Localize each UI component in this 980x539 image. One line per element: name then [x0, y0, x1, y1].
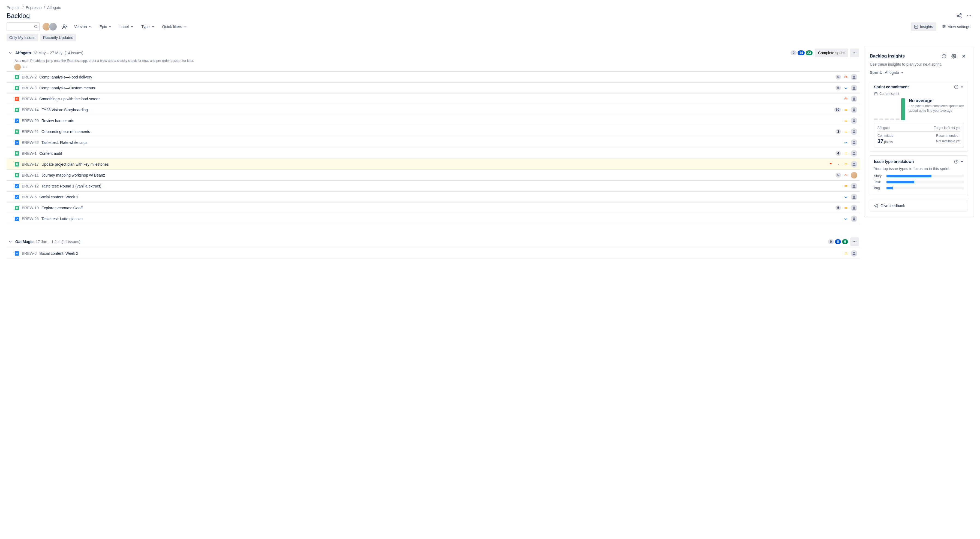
- story-icon: [15, 86, 19, 90]
- issue-row[interactable]: BREW-21Onboarding tour refinements3: [6, 126, 860, 137]
- unassigned-avatar[interactable]: [851, 205, 857, 211]
- insights-button[interactable]: Insights: [911, 22, 936, 31]
- unassigned-avatar[interactable]: [851, 85, 857, 91]
- sprint-dates: 17 Jun – 1 Jul: [36, 239, 59, 244]
- epic-filter-label: Epic: [100, 25, 107, 29]
- task-icon: [15, 119, 19, 123]
- issue-summary: Taste test: Latte glasses: [41, 217, 82, 221]
- issue-row[interactable]: BREW-2Comp. analysis—Food delivery5: [6, 72, 860, 82]
- svg-point-1: [958, 15, 959, 17]
- avatar[interactable]: [49, 22, 57, 31]
- svg-point-5: [970, 15, 971, 16]
- issue-row[interactable]: BREW-1Content audit4: [6, 148, 860, 159]
- issue-row[interactable]: BREW-11Journey mapping workshop w/ Beanz…: [6, 170, 860, 181]
- unassigned-avatar[interactable]: [851, 161, 857, 168]
- unassigned-avatar[interactable]: [851, 194, 857, 200]
- task-icon: [15, 140, 19, 145]
- type-filter-label: Type: [141, 25, 150, 29]
- issue-row[interactable]: BREW-23Taste test: Latte glasses: [6, 213, 860, 224]
- assignee-avatar[interactable]: [851, 172, 857, 179]
- close-icon: [961, 54, 966, 59]
- expand-button[interactable]: [960, 160, 964, 163]
- version-filter[interactable]: Version: [72, 22, 95, 31]
- issue-row[interactable]: BREW-20Review banner ads: [6, 115, 860, 126]
- unassigned-avatar[interactable]: [851, 106, 857, 113]
- issue-row[interactable]: BREW-4Something's up with the load scree…: [6, 94, 860, 105]
- issue-key: BREW-4: [22, 97, 37, 101]
- story-icon: [15, 173, 19, 178]
- sprint-toggle[interactable]: [8, 50, 13, 55]
- sprint-badges: 080: [828, 239, 848, 244]
- svg-point-23: [853, 119, 854, 120]
- epic-filter[interactable]: Epic: [97, 22, 115, 31]
- priority-low-icon: [844, 86, 848, 90]
- unassigned-avatar[interactable]: [851, 150, 857, 157]
- badge-inprogress: 14: [797, 51, 804, 55]
- estimate-badge: 10: [834, 107, 841, 112]
- issue-summary: Taste test: Flate white cups: [41, 140, 88, 145]
- expand-button[interactable]: [960, 85, 964, 89]
- view-settings-button[interactable]: View settings: [939, 22, 974, 31]
- breadcrumb-projects[interactable]: Projects: [6, 5, 21, 10]
- add-people-button[interactable]: [60, 22, 69, 31]
- unassigned-avatar[interactable]: [851, 250, 857, 257]
- insights-sprint-select[interactable]: Affogato: [884, 69, 905, 76]
- priority-low-icon: [844, 195, 848, 199]
- issue-row[interactable]: BREW-3Comp. analysis—Custom menus5: [6, 82, 860, 94]
- svg-point-18: [853, 76, 854, 77]
- chevron-down-icon: [89, 25, 92, 29]
- issue-key: BREW-20: [22, 119, 39, 123]
- priority-medium-icon: [844, 184, 848, 188]
- breadcrumb-sep: /: [44, 5, 45, 10]
- sprint-issue-count: (11 issues): [62, 239, 80, 244]
- breadcrumb: Projects / Espresso / Affogato: [6, 5, 974, 10]
- issue-row[interactable]: BREW-22Taste test: Flate white cups: [6, 137, 860, 148]
- insights-settings-button[interactable]: [950, 52, 958, 60]
- sprint-actions-menu[interactable]: [22, 65, 27, 70]
- label-filter[interactable]: Label: [117, 22, 136, 31]
- issue-row[interactable]: BREW-12Taste test: Round 1 (vanilla extr…: [6, 181, 860, 192]
- priority-medium-icon: [844, 206, 848, 210]
- sprint-owner-avatar[interactable]: [14, 64, 21, 70]
- issue-row[interactable]: BREW-14FY23 Vision: Storyboarding10: [6, 105, 860, 115]
- search-box: [6, 22, 40, 31]
- complete-sprint-button[interactable]: Complete sprint: [815, 49, 848, 57]
- breadcrumb-affogato[interactable]: Affogato: [47, 5, 61, 10]
- issue-key: BREW-23: [22, 217, 39, 221]
- unassigned-avatar[interactable]: [851, 128, 857, 135]
- help-icon[interactable]: [954, 85, 958, 89]
- breakdown-bar: [886, 175, 964, 178]
- insights-label: Insights: [920, 25, 933, 29]
- breadcrumb-espresso[interactable]: Espresso: [25, 5, 41, 10]
- issue-row[interactable]: BREW-5Social content: Week 1: [6, 192, 860, 203]
- unassigned-avatar[interactable]: [851, 74, 857, 80]
- issue-row[interactable]: BREW-17Update project plan with key mile…: [6, 159, 860, 170]
- story-icon: [15, 206, 19, 210]
- unassigned-avatar[interactable]: [851, 216, 857, 222]
- quick-filter-only-my[interactable]: Only My Issues: [6, 34, 38, 41]
- issue-row[interactable]: BREW-6Social content: Week 2: [6, 248, 860, 259]
- svg-rect-38: [875, 93, 878, 95]
- sprint-more-menu[interactable]: [850, 49, 859, 57]
- breakdown-subtitle: Your top issue types to focus on in this…: [874, 166, 964, 171]
- help-icon[interactable]: [954, 159, 958, 164]
- unassigned-avatar[interactable]: [851, 96, 857, 102]
- give-feedback-button[interactable]: Give feedback: [870, 200, 968, 211]
- chevron-down-icon: [151, 25, 154, 29]
- quick-filters-dropdown[interactable]: Quick filters: [159, 22, 190, 31]
- type-filter[interactable]: Type: [138, 22, 157, 31]
- unassigned-avatar[interactable]: [851, 139, 857, 146]
- issue-key: BREW-6: [22, 251, 37, 255]
- sprint-toggle[interactable]: [8, 239, 13, 244]
- quick-filter-recent[interactable]: Recently Updated: [40, 34, 76, 41]
- more-actions-button[interactable]: [965, 11, 974, 20]
- issue-summary: Content audit: [39, 151, 62, 155]
- unassigned-avatar[interactable]: [851, 117, 857, 124]
- sprint-more-menu[interactable]: [850, 237, 859, 246]
- unassigned-avatar[interactable]: [851, 183, 857, 189]
- insights-refresh-button[interactable]: [940, 52, 948, 60]
- issue-summary: Comp. analysis—Custom menus: [39, 86, 95, 90]
- issue-row[interactable]: BREW-10Explore personas: Geoff5: [6, 203, 860, 213]
- share-button[interactable]: [955, 11, 964, 20]
- insights-close-button[interactable]: [959, 52, 968, 60]
